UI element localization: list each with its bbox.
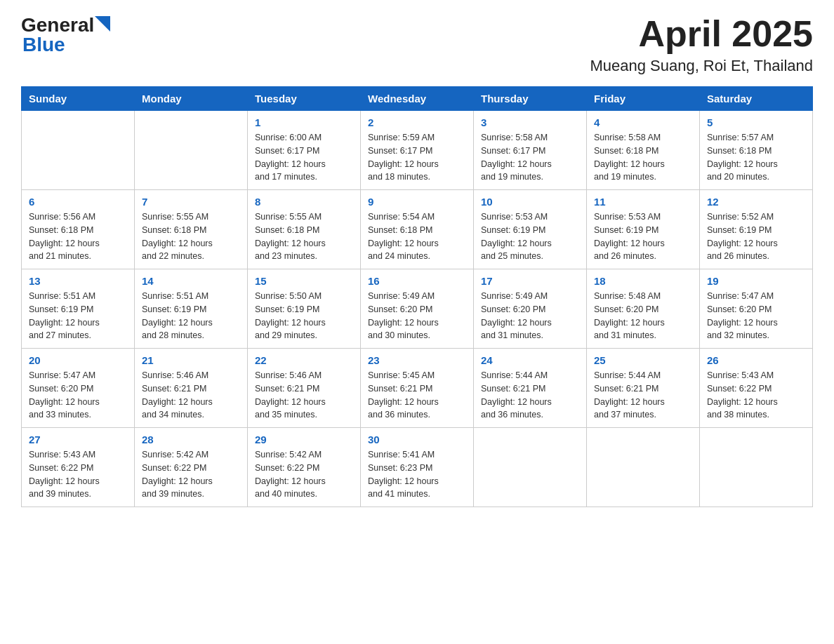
day-number: 24	[481, 354, 579, 366]
svg-marker-0	[95, 16, 110, 32]
day-number: 2	[368, 116, 466, 128]
day-info: Sunrise: 5:52 AM Sunset: 6:19 PM Dayligh…	[707, 210, 805, 263]
day-info: Sunrise: 5:45 AM Sunset: 6:21 PM Dayligh…	[368, 369, 466, 422]
calendar-cell: 3Sunrise: 5:58 AM Sunset: 6:17 PM Daylig…	[474, 111, 587, 190]
day-number: 14	[142, 275, 240, 287]
calendar-cell: 8Sunrise: 5:55 AM Sunset: 6:18 PM Daylig…	[248, 190, 361, 269]
day-info: Sunrise: 5:46 AM Sunset: 6:21 PM Dayligh…	[142, 369, 240, 422]
week-row-5: 27Sunrise: 5:43 AM Sunset: 6:22 PM Dayli…	[22, 428, 813, 507]
day-info: Sunrise: 5:54 AM Sunset: 6:18 PM Dayligh…	[368, 210, 466, 263]
day-info: Sunrise: 5:43 AM Sunset: 6:22 PM Dayligh…	[707, 369, 805, 422]
calendar-cell: 12Sunrise: 5:52 AM Sunset: 6:19 PM Dayli…	[700, 190, 813, 269]
calendar-cell: 24Sunrise: 5:44 AM Sunset: 6:21 PM Dayli…	[474, 349, 587, 428]
day-info: Sunrise: 6:00 AM Sunset: 6:17 PM Dayligh…	[255, 131, 353, 184]
day-number: 26	[707, 354, 805, 366]
weekday-sunday: Sunday	[22, 87, 135, 111]
calendar-cell: 25Sunrise: 5:44 AM Sunset: 6:21 PM Dayli…	[587, 349, 700, 428]
day-number: 21	[142, 354, 240, 366]
day-info: Sunrise: 5:49 AM Sunset: 6:20 PM Dayligh…	[368, 290, 466, 342]
day-info: Sunrise: 5:47 AM Sunset: 6:20 PM Dayligh…	[29, 369, 127, 422]
page-header: General Blue April 2025 Mueang Suang, Ro…	[21, 14, 813, 75]
calendar-cell: 23Sunrise: 5:45 AM Sunset: 6:21 PM Dayli…	[361, 349, 474, 428]
calendar-cell	[700, 428, 813, 507]
calendar-cell	[474, 428, 587, 507]
calendar-cell: 10Sunrise: 5:53 AM Sunset: 6:19 PM Dayli…	[474, 190, 587, 269]
day-number: 1	[255, 116, 353, 128]
day-number: 4	[594, 116, 692, 128]
day-number: 17	[481, 275, 579, 287]
day-number: 18	[594, 275, 692, 287]
day-number: 16	[368, 275, 466, 287]
calendar-cell: 20Sunrise: 5:47 AM Sunset: 6:20 PM Dayli…	[22, 349, 135, 428]
day-info: Sunrise: 5:58 AM Sunset: 6:18 PM Dayligh…	[594, 131, 692, 184]
day-number: 30	[368, 434, 466, 445]
day-info: Sunrise: 5:43 AM Sunset: 6:22 PM Dayligh…	[29, 448, 127, 501]
calendar-cell: 13Sunrise: 5:51 AM Sunset: 6:19 PM Dayli…	[22, 269, 135, 349]
calendar-cell: 15Sunrise: 5:50 AM Sunset: 6:19 PM Dayli…	[248, 269, 361, 349]
calendar-cell: 17Sunrise: 5:49 AM Sunset: 6:20 PM Dayli…	[474, 269, 587, 349]
calendar-cell: 14Sunrise: 5:51 AM Sunset: 6:19 PM Dayli…	[135, 269, 248, 349]
logo-triangle-icon	[95, 16, 110, 32]
calendar-cell: 2Sunrise: 5:59 AM Sunset: 6:17 PM Daylig…	[361, 111, 474, 190]
day-number: 19	[707, 275, 805, 287]
day-number: 28	[142, 434, 240, 445]
calendar-cell: 4Sunrise: 5:58 AM Sunset: 6:18 PM Daylig…	[587, 111, 700, 190]
day-info: Sunrise: 5:46 AM Sunset: 6:21 PM Dayligh…	[255, 369, 353, 422]
week-row-2: 6Sunrise: 5:56 AM Sunset: 6:18 PM Daylig…	[22, 190, 813, 269]
week-row-1: 1Sunrise: 6:00 AM Sunset: 6:17 PM Daylig…	[22, 111, 813, 190]
day-info: Sunrise: 5:56 AM Sunset: 6:18 PM Dayligh…	[29, 210, 127, 263]
day-number: 13	[29, 275, 127, 287]
calendar-cell: 5Sunrise: 5:57 AM Sunset: 6:18 PM Daylig…	[700, 111, 813, 190]
weekday-monday: Monday	[135, 87, 248, 111]
title-area: April 2025 Mueang Suang, Roi Et, Thailan…	[590, 14, 813, 75]
day-info: Sunrise: 5:44 AM Sunset: 6:21 PM Dayligh…	[481, 369, 579, 422]
day-info: Sunrise: 5:49 AM Sunset: 6:20 PM Dayligh…	[481, 290, 579, 342]
location-title: Mueang Suang, Roi Et, Thailand	[590, 57, 813, 75]
calendar-cell	[587, 428, 700, 507]
weekday-saturday: Saturday	[700, 87, 813, 111]
calendar-cell: 16Sunrise: 5:49 AM Sunset: 6:20 PM Dayli…	[361, 269, 474, 349]
day-number: 7	[142, 196, 240, 208]
weekday-header-row: SundayMondayTuesdayWednesdayThursdayFrid…	[22, 87, 813, 111]
day-info: Sunrise: 5:53 AM Sunset: 6:19 PM Dayligh…	[481, 210, 579, 263]
logo: General Blue	[21, 14, 110, 56]
day-number: 25	[594, 354, 692, 366]
calendar-cell: 19Sunrise: 5:47 AM Sunset: 6:20 PM Dayli…	[700, 269, 813, 349]
calendar-cell: 26Sunrise: 5:43 AM Sunset: 6:22 PM Dayli…	[700, 349, 813, 428]
day-info: Sunrise: 5:53 AM Sunset: 6:19 PM Dayligh…	[594, 210, 692, 263]
calendar-cell: 30Sunrise: 5:41 AM Sunset: 6:23 PM Dayli…	[361, 428, 474, 507]
day-info: Sunrise: 5:55 AM Sunset: 6:18 PM Dayligh…	[142, 210, 240, 263]
day-number: 15	[255, 275, 353, 287]
calendar-cell: 7Sunrise: 5:55 AM Sunset: 6:18 PM Daylig…	[135, 190, 248, 269]
day-number: 27	[29, 434, 127, 445]
day-info: Sunrise: 5:47 AM Sunset: 6:20 PM Dayligh…	[707, 290, 805, 342]
day-info: Sunrise: 5:57 AM Sunset: 6:18 PM Dayligh…	[707, 131, 805, 184]
day-number: 3	[481, 116, 579, 128]
day-number: 22	[255, 354, 353, 366]
day-info: Sunrise: 5:44 AM Sunset: 6:21 PM Dayligh…	[594, 369, 692, 422]
month-title: April 2025	[590, 14, 813, 54]
day-number: 9	[368, 196, 466, 208]
calendar-table: SundayMondayTuesdayWednesdayThursdayFrid…	[21, 86, 813, 507]
calendar-cell: 11Sunrise: 5:53 AM Sunset: 6:19 PM Dayli…	[587, 190, 700, 269]
day-info: Sunrise: 5:42 AM Sunset: 6:22 PM Dayligh…	[255, 448, 353, 501]
day-info: Sunrise: 5:48 AM Sunset: 6:20 PM Dayligh…	[594, 290, 692, 342]
day-info: Sunrise: 5:41 AM Sunset: 6:23 PM Dayligh…	[368, 448, 466, 501]
calendar-cell: 28Sunrise: 5:42 AM Sunset: 6:22 PM Dayli…	[135, 428, 248, 507]
day-info: Sunrise: 5:50 AM Sunset: 6:19 PM Dayligh…	[255, 290, 353, 342]
calendar-cell: 9Sunrise: 5:54 AM Sunset: 6:18 PM Daylig…	[361, 190, 474, 269]
calendar-cell: 27Sunrise: 5:43 AM Sunset: 6:22 PM Dayli…	[22, 428, 135, 507]
day-number: 11	[594, 196, 692, 208]
calendar-cell: 18Sunrise: 5:48 AM Sunset: 6:20 PM Dayli…	[587, 269, 700, 349]
week-row-4: 20Sunrise: 5:47 AM Sunset: 6:20 PM Dayli…	[22, 349, 813, 428]
calendar-cell: 29Sunrise: 5:42 AM Sunset: 6:22 PM Dayli…	[248, 428, 361, 507]
calendar-cell	[22, 111, 135, 190]
day-info: Sunrise: 5:42 AM Sunset: 6:22 PM Dayligh…	[142, 448, 240, 501]
day-info: Sunrise: 5:51 AM Sunset: 6:19 PM Dayligh…	[142, 290, 240, 342]
day-number: 5	[707, 116, 805, 128]
logo-blue: Blue	[21, 34, 65, 56]
weekday-friday: Friday	[587, 87, 700, 111]
day-info: Sunrise: 5:55 AM Sunset: 6:18 PM Dayligh…	[255, 210, 353, 263]
day-number: 23	[368, 354, 466, 366]
calendar-cell: 6Sunrise: 5:56 AM Sunset: 6:18 PM Daylig…	[22, 190, 135, 269]
